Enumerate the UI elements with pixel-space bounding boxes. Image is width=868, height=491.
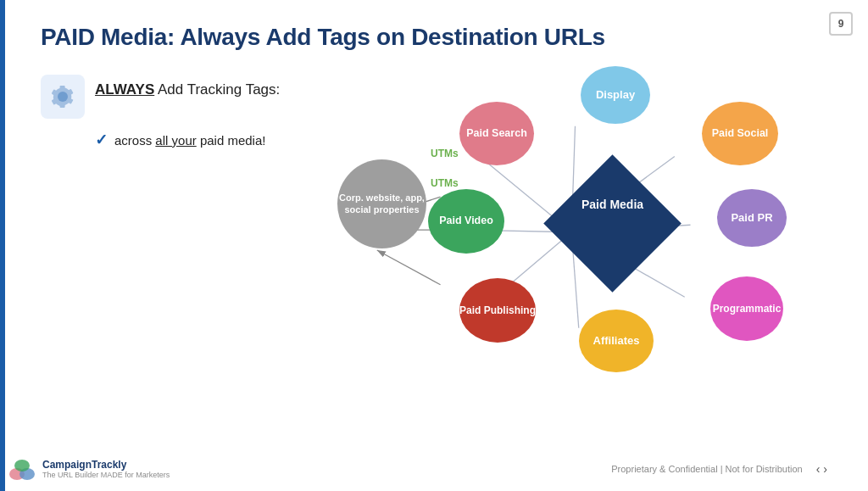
utm-label-1: UTMs bbox=[431, 148, 459, 159]
logo-area: CampaignTrackly The URL Builder MADE for… bbox=[8, 457, 170, 481]
utm-label-2: UTMs bbox=[431, 177, 459, 189]
display-bubble: Display bbox=[581, 66, 650, 124]
tracking-text: ALWAYS Add Tracking Tags: bbox=[95, 75, 280, 98]
logo-name: CampaignTrackly bbox=[42, 459, 170, 471]
tracking-box: ALWAYS Add Tracking Tags: bbox=[41, 75, 329, 119]
nav-arrows[interactable]: ‹ › bbox=[816, 462, 827, 476]
paid-video-bubble: Paid Video bbox=[428, 189, 504, 254]
checkmark-icon: ✓ bbox=[95, 131, 108, 149]
logo-tagline: The URL Builder MADE for Marketers bbox=[42, 471, 170, 479]
confidential-text: Proprietary & Confidential | Not for Dis… bbox=[611, 464, 802, 474]
always-label: ALWAYS bbox=[95, 81, 154, 98]
programmatic-bubble: Program­matic bbox=[710, 276, 783, 341]
content-area: ALWAYS Add Tracking Tags: ✓ across all y… bbox=[41, 66, 827, 449]
prev-arrow[interactable]: ‹ bbox=[816, 462, 821, 476]
paid-social-bubble: Paid Social bbox=[702, 102, 778, 165]
svg-line-11 bbox=[377, 250, 441, 285]
left-bar bbox=[0, 0, 5, 491]
paid-publishing-bubble: Paid Publishing bbox=[459, 278, 536, 343]
paid-search-bubble: Paid Search bbox=[459, 102, 534, 165]
gear-icon bbox=[41, 75, 85, 119]
corp-bubble: Corp. website, app, social properties bbox=[337, 159, 426, 248]
paid-media-diamond bbox=[543, 154, 682, 293]
svg-point-14 bbox=[14, 460, 30, 471]
footer-right: Proprietary & Confidential | Not for Dis… bbox=[611, 462, 827, 476]
slide: 9 PAID Media: Always Add Tags on Destina… bbox=[0, 0, 868, 491]
paid-pr-bubble: Paid PR bbox=[717, 189, 787, 247]
footer: CampaignTrackly The URL Builder MADE for… bbox=[0, 457, 868, 481]
slide-number: 9 bbox=[829, 12, 853, 36]
affiliates-bubble: Affiliates bbox=[579, 310, 654, 372]
next-arrow[interactable]: › bbox=[823, 462, 827, 476]
left-panel: ALWAYS Add Tracking Tags: ✓ across all y… bbox=[41, 66, 329, 449]
paid-media-label: Paid Media bbox=[555, 198, 670, 211]
logo-icon bbox=[8, 457, 36, 481]
diagram-area: Corp. website, app, social properties UT… bbox=[337, 66, 827, 449]
slide-title: PAID Media: Always Add Tags on Destinati… bbox=[41, 24, 827, 51]
bullet-line: ✓ across all your paid media! bbox=[95, 131, 329, 149]
